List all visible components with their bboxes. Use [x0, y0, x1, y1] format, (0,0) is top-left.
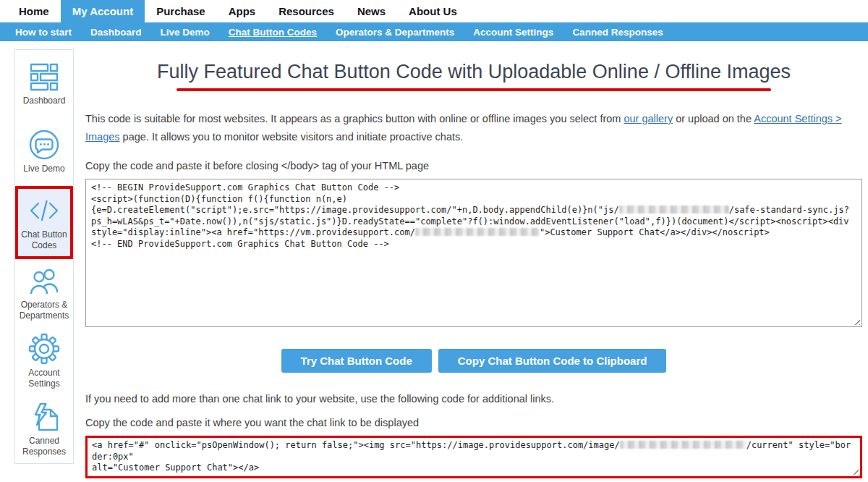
redacted-account-id	[415, 228, 540, 236]
copy-chat-button-code-button[interactable]: Copy Chat Button Code to Clipboard	[438, 349, 667, 373]
redacted-account-id	[620, 441, 746, 449]
code-line: style="display:inline"><a href="https://…	[91, 227, 856, 239]
code-line: {e=D.createElement("script");e.src="http…	[91, 205, 856, 216]
code-line: <!-- BEGIN ProvideSupport.com Graphics C…	[91, 182, 856, 194]
subnav-item-dashboard[interactable]: Dashboard	[81, 27, 151, 38]
sidebar-item-chat-button-codes[interactable]: Chat ButtonCodes	[15, 186, 73, 260]
topnav-item-resources[interactable]: Resources	[267, 0, 346, 22]
topnav-item-about-us[interactable]: About Us	[397, 0, 469, 22]
sidebar-item-label: Live Demo	[23, 164, 64, 174]
dashboard-icon	[28, 61, 60, 93]
main-content: Fully Featured Chat Button Code with Upl…	[85, 43, 862, 478]
live-demo-icon	[28, 129, 60, 161]
code-text: ">Customer Support Chat</a></div></noscr…	[540, 227, 770, 237]
try-chat-button-code-button[interactable]: Try Chat Button Code	[281, 349, 432, 373]
subnav-item-canned-responses[interactable]: Canned Responses	[563, 27, 672, 38]
topnav-item-purchase[interactable]: Purchase	[145, 0, 217, 22]
sidebar-item-live-demo[interactable]: Live Demo	[15, 118, 73, 186]
code-text: <!-- BEGIN ProvideSupport.com Graphics C…	[91, 182, 399, 193]
sidebar-item-account-settings[interactable]: AccountSettings	[15, 327, 73, 395]
code-line: alt="Customer Support Chat"></a>	[92, 462, 856, 474]
button-row: Try Chat Button Code Copy Chat Button Co…	[85, 349, 862, 373]
account-sub-navigation: How to startDashboardLive DemoChat Butto…	[0, 22, 868, 41]
top-navigation: HomeMy AccountPurchaseAppsResourcesNewsA…	[0, 0, 868, 22]
our-gallery-link[interactable]: our gallery	[624, 113, 673, 124]
chat-button-codes-icon	[28, 195, 60, 227]
subnav-item-how-to-start[interactable]: How to start	[6, 27, 81, 38]
chat-button-code-textarea[interactable]: <!-- BEGIN ProvideSupport.com Graphics C…	[85, 179, 862, 327]
operators-departments-icon	[28, 265, 60, 297]
resize-grip-icon[interactable]	[852, 317, 860, 325]
chat-link-code-textarea-red-annotated[interactable]: <a href="#" onclick="psOpenWindow(); ret…	[85, 436, 862, 478]
code-text: /safe-standard-sync.js?	[729, 205, 849, 215]
code-text: alt="Customer Support Chat"></a>	[92, 462, 259, 473]
subnav-item-account-settings[interactable]: Account Settings	[464, 27, 563, 38]
subnav-item-operators-departments[interactable]: Operators & Departments	[326, 27, 464, 38]
subnav-item-chat-button-codes[interactable]: Chat Button Codes	[219, 27, 326, 38]
code-text: <!-- END ProvideSupport.com Graphics Cha…	[91, 239, 389, 249]
code-line: <!-- END ProvideSupport.com Graphics Cha…	[91, 239, 856, 250]
sidebar-item-label: Operators &Departments	[20, 300, 69, 321]
copy-instruction-1: Copy the code and paste it before closin…	[85, 160, 862, 172]
intro-text-3: page. It allows you to monitor website v…	[120, 131, 464, 143]
topnav-item-apps[interactable]: Apps	[217, 0, 268, 22]
sidebar-item-label: Dashboard	[23, 96, 66, 106]
intro-text-2: or upload on the	[673, 113, 754, 124]
more-links-text: If you need to add more than one chat li…	[85, 393, 862, 405]
subnav-item-live-demo[interactable]: Live Demo	[151, 27, 219, 38]
intro-text-1: This code is suitable for most websites.…	[85, 113, 624, 124]
sidebar-item-canned-responses[interactable]: CannedResponses	[15, 395, 73, 463]
intro-paragraph: This code is suitable for most websites.…	[85, 110, 862, 145]
canned-responses-icon	[28, 401, 60, 433]
sidebar-item-label: AccountSettings	[28, 368, 59, 389]
topnav-item-home[interactable]: Home	[7, 0, 61, 22]
sidebar: DashboardLive DemoChat ButtonCodesOperat…	[14, 49, 74, 464]
code-text: <script>(function(D){function f(){functi…	[91, 194, 347, 204]
account-settings-icon	[28, 333, 60, 365]
topnav-item-news[interactable]: News	[346, 0, 397, 22]
code-line: <a href="#" onclick="psOpenWindow(); ret…	[92, 440, 856, 462]
code-text: {e=D.createElement("script");e.src="http…	[91, 205, 619, 215]
page-title: Fully Featured Chat Button Code with Upl…	[85, 61, 862, 83]
sidebar-item-operators-departments[interactable]: Operators &Departments	[15, 259, 73, 327]
redacted-account-id	[619, 206, 729, 213]
title-red-annotation-underline	[176, 88, 771, 91]
sidebar-item-label: CannedResponses	[22, 436, 66, 457]
code-text: style="display:inline"><a href="https://…	[91, 227, 415, 237]
sidebar-item-dashboard[interactable]: Dashboard	[15, 50, 73, 118]
code-text: ps_h=wLAS&ps_t="+Date.now()),n("sjs/stat…	[91, 216, 849, 227]
code-line: <script>(function(D){function f(){functi…	[91, 194, 856, 206]
topnav-item-my-account[interactable]: My Account	[61, 0, 145, 22]
sidebar-item-label: Chat ButtonCodes	[21, 229, 67, 251]
code-line: ps_h=wLAS&ps_t="+Date.now()),n("sjs/stat…	[91, 216, 856, 228]
copy-instruction-2: Copy the code and paste it where you wan…	[85, 417, 862, 428]
code-text: <a href="#" onclick="psOpenWindow(); ret…	[92, 440, 620, 450]
